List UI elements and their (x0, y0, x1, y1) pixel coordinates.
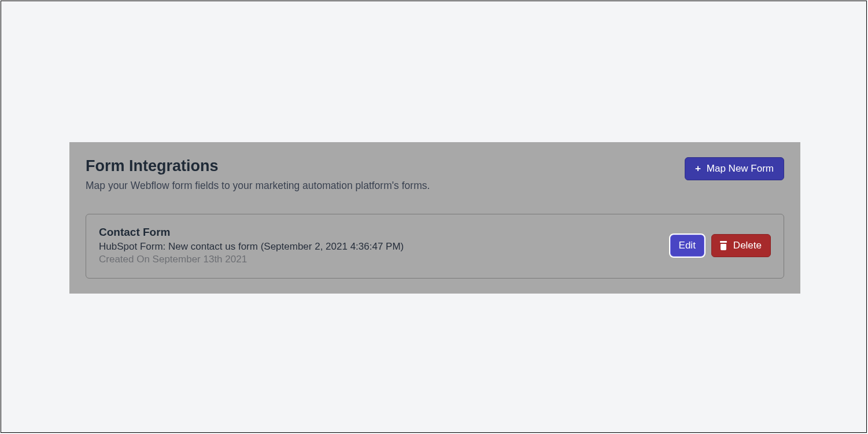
page-subtitle: Map your Webflow form fields to your mar… (86, 180, 685, 192)
delete-button-label: Delete (733, 240, 762, 251)
app-frame: Form Integrations Map your Webflow form … (1, 1, 867, 433)
panel-header-text: Form Integrations Map your Webflow form … (86, 157, 685, 192)
plus-icon: + (695, 164, 701, 173)
form-card-actions: Edit Delete (670, 234, 771, 257)
form-card-title: Contact Form (99, 226, 670, 239)
form-card-detail: HubSpot Form: New contact us form (Septe… (99, 241, 670, 253)
map-new-form-label: Map New Form (707, 163, 774, 175)
delete-button[interactable]: Delete (711, 234, 771, 257)
edit-button[interactable]: Edit (670, 235, 704, 257)
form-integration-card: Contact Form HubSpot Form: New contact u… (86, 214, 784, 279)
edit-button-label: Edit (679, 240, 696, 251)
form-card-created: Created On September 13th 2021 (99, 254, 670, 265)
form-integrations-panel: Form Integrations Map your Webflow form … (69, 142, 800, 294)
panel-header: Form Integrations Map your Webflow form … (86, 157, 784, 192)
form-card-info: Contact Form HubSpot Form: New contact u… (99, 226, 670, 265)
trash-icon (719, 241, 727, 250)
page-title: Form Integrations (86, 157, 685, 175)
map-new-form-button[interactable]: + Map New Form (685, 157, 784, 180)
